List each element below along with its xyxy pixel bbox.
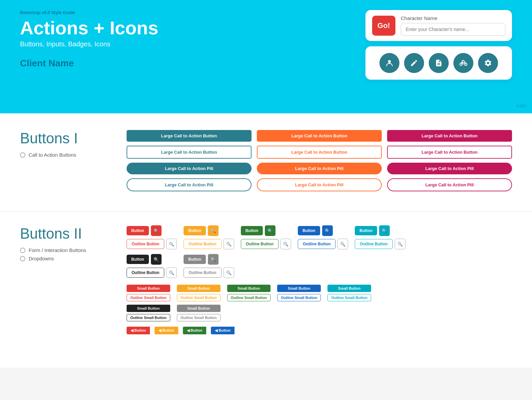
small-btn-green[interactable]: Small Button <box>227 285 271 292</box>
btn-red-filled[interactable]: Button <box>127 226 149 235</box>
cta-filled-pink[interactable]: Large Call to Action Button <box>387 130 512 142</box>
svg-point-3 <box>463 60 464 61</box>
small-btn-red-outline[interactable]: Outline Small Button <box>127 294 170 301</box>
btn-green-filled[interactable]: Button <box>241 226 263 235</box>
small-btn-blue-outline[interactable]: Outline Small Button <box>277 294 321 301</box>
arrow-btn-yellow[interactable]: ◀ Button <box>155 327 178 334</box>
row-blue-filled: Button 🔍 <box>298 225 348 236</box>
btn-green-outline[interactable]: Outline Button <box>241 239 278 249</box>
cta-outline-teal[interactable]: Large Call to Action Button <box>127 146 252 159</box>
small-col-cyan: Small Button Outline Small Button <box>327 285 371 301</box>
dev-badge: © DEV <box>516 104 527 108</box>
row-cyan-outline: Outline Button 🔍 <box>355 239 405 249</box>
header-right-panel: Go! Character Name <box>365 10 512 80</box>
btn-cyan-outline[interactable]: Outline Button <box>355 239 392 249</box>
btn-red-outline[interactable]: Outline Button <box>127 239 164 249</box>
edit-icon[interactable] <box>404 53 424 73</box>
row-yellow-filled: Button 🔍 <box>184 225 234 236</box>
btn-cyan-filled[interactable]: Button <box>355 226 377 235</box>
small-btn-black[interactable]: Small Button <box>127 305 170 312</box>
btn-blue-icon[interactable]: 🔍 <box>322 225 333 236</box>
btn-blue-filled[interactable]: Button <box>298 226 320 235</box>
small-btn-cyan-outline[interactable]: Outline Small Button <box>327 294 371 301</box>
btn-black-outline-icon[interactable]: 🔍 <box>166 267 177 278</box>
col-gray: Button 🔍 Outline Button 🔍 <box>184 254 234 278</box>
cta-filled-teal[interactable]: Large Call to Action Button <box>127 130 252 142</box>
btn-cyan-outline-icon[interactable]: 🔍 <box>395 239 405 249</box>
row-red-filled: Button 🔍 <box>127 225 177 236</box>
btn-cyan-icon[interactable]: 🔍 <box>379 225 390 236</box>
row-gray-outline: Outline Button 🔍 <box>184 267 234 278</box>
small-btn-black-outline[interactable]: Outline Small Button <box>127 314 170 321</box>
btn-gray-outline[interactable]: Outline Button <box>184 268 221 278</box>
btn-red-icon[interactable]: 🔍 <box>151 225 162 236</box>
btn-green-icon[interactable]: 🔍 <box>265 225 275 236</box>
btn-red-outline-icon[interactable]: 🔍 <box>166 239 177 249</box>
small-btn-yellow[interactable]: Small Button <box>177 285 221 292</box>
btn-yellow-outline-icon[interactable]: 🔍 <box>224 239 234 249</box>
bullet-circle-icon <box>20 152 25 158</box>
bullet-cta: Call to Action Buttons <box>20 152 113 158</box>
small-btn-red[interactable]: Small Button <box>127 285 170 292</box>
gear-icon[interactable] <box>478 53 498 73</box>
small-btn-cyan[interactable]: Small Button <box>327 285 371 292</box>
btn-gray-icon[interactable]: 🔍 <box>208 254 219 265</box>
arrow-btn-green[interactable]: ◀ Button <box>183 327 206 334</box>
btn-black-outline[interactable]: Outline Button <box>127 268 164 278</box>
bullet-dropdown: Dropdowns <box>20 256 113 261</box>
cta-pill-filled-orange[interactable]: Large Call to Action Pill <box>257 163 382 174</box>
buttons-2-left: Buttons II Form / Interaction Buttons Dr… <box>20 225 113 334</box>
cta-outline-orange[interactable]: Large Call to Action Button <box>257 146 382 159</box>
row-gray-filled: Button 🔍 <box>184 254 234 265</box>
small-btn-gray[interactable]: Small Button <box>177 305 221 312</box>
bicycle-icon[interactable] <box>453 53 473 73</box>
dark-btn-grid: Button 🔍 Outline Button 🔍 Button 🔍 <box>127 254 512 278</box>
buttons-2-heading: Buttons II <box>20 225 113 242</box>
small-btn-green-outline[interactable]: Outline Small Button <box>227 294 271 301</box>
go-button[interactable]: Go! <box>372 16 395 36</box>
small-col-red: Small Button Outline Small Button <box>127 285 170 301</box>
btn-black-filled[interactable]: Button <box>127 255 149 264</box>
btn-gray-outline-icon[interactable]: 🔍 <box>224 267 234 278</box>
cta-pill-outline-teal[interactable]: Large Call to Action Pill <box>127 178 252 191</box>
btn-blue-outline-icon[interactable]: 🔍 <box>337 239 348 249</box>
btn-yellow-filled[interactable]: Button <box>184 226 206 235</box>
buttons-1-left: Buttons I Call to Action Buttons <box>20 130 113 191</box>
btn-blue-outline[interactable]: Outline Button <box>298 239 335 249</box>
buttons-1-section: Buttons I Call to Action Buttons Large C… <box>20 130 512 191</box>
character-name-input[interactable] <box>401 23 505 36</box>
header: Bootstrap v5.0 Style Guide Actions + Ico… <box>0 0 532 113</box>
cta-pill-filled-pink[interactable]: Large Call to Action Pill <box>387 163 512 174</box>
cta-pill-outline-pink[interactable]: Large Call to Action Pill <box>387 178 512 191</box>
small-btn-grid: Small Button Outline Small Button Small … <box>127 285 512 301</box>
arrow-btn-blue[interactable]: ◀ Button <box>211 327 234 334</box>
small-btn-yellow-outline[interactable]: Outline Small Button <box>177 294 221 301</box>
large-btn-grid: Button 🔍 Outline Button 🔍 Button 🔍 <box>127 225 512 249</box>
buttons-1-right: Large Call to Action Button Large Call t… <box>127 130 512 191</box>
small-col-green: Small Button Outline Small Button <box>227 285 271 301</box>
arrow-btn-red[interactable]: ◀ Button <box>127 327 150 334</box>
bullet-circle-form-icon <box>20 248 25 253</box>
person-icon[interactable] <box>379 53 399 73</box>
cta-outline-pink[interactable]: Large Call to Action Button <box>387 146 512 159</box>
btn-green-outline-icon[interactable]: 🔍 <box>280 239 291 249</box>
document-icon[interactable] <box>429 53 449 73</box>
btn-black-icon[interactable]: 🔍 <box>151 254 162 265</box>
row-black-outline: Outline Button 🔍 <box>127 267 177 278</box>
col-cyan: Button 🔍 Outline Button 🔍 <box>355 225 405 249</box>
cta-filled-orange[interactable]: Large Call to Action Button <box>257 130 382 142</box>
btn-gray-filled[interactable]: Button <box>184 255 206 264</box>
small-col-blue: Small Button Outline Small Button <box>277 285 321 301</box>
go-card: Go! Character Name <box>365 10 512 41</box>
cta-pill-filled-teal[interactable]: Large Call to Action Pill <box>127 163 252 174</box>
small-btn-blue[interactable]: Small Button <box>277 285 321 292</box>
btn-yellow-icon[interactable]: 🔍 <box>208 225 219 236</box>
cta-pill-outline-orange[interactable]: Large Call to Action Pill <box>257 178 382 191</box>
small-col-yellow: Small Button Outline Small Button <box>177 285 221 301</box>
btn-yellow-outline[interactable]: Outline Button <box>184 239 221 249</box>
content: Buttons I Call to Action Buttons Large C… <box>0 113 532 368</box>
bullet-circle-dropdown-icon <box>20 256 25 261</box>
icons-card <box>365 46 512 80</box>
small-btn-gray-outline[interactable]: Outline Small Button <box>177 314 221 321</box>
buttons-2-section: Buttons II Form / Interaction Buttons Dr… <box>20 225 512 334</box>
